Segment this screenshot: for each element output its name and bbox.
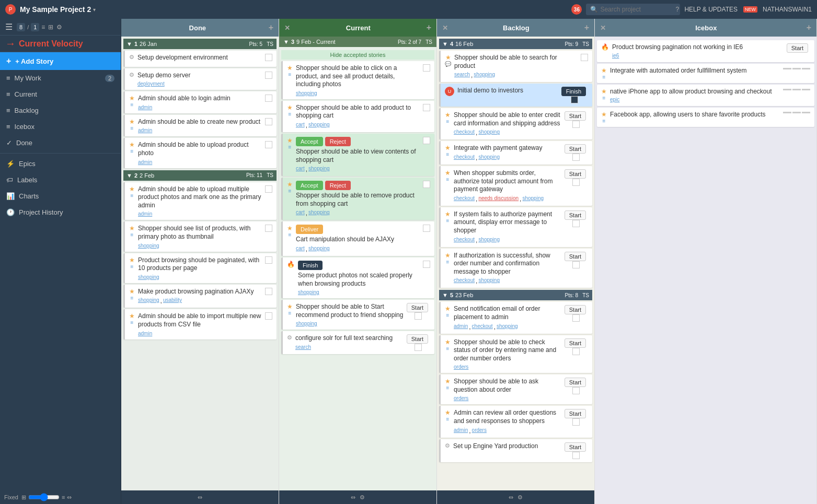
done-col-footer[interactable]: ⇔	[121, 490, 279, 504]
sidebar-item-mywork[interactable]: ≡ My Work 2	[0, 70, 121, 86]
hamburger-icon[interactable]: ☰	[5, 22, 13, 32]
tag-admin[interactable]: admin	[138, 331, 152, 336]
story-checkbox[interactable]	[265, 185, 272, 193]
search-input[interactable]	[600, 6, 673, 13]
start-button-email[interactable]: Start	[565, 305, 586, 314]
star-icon[interactable]: ★	[445, 409, 451, 416]
current-col-close-icon[interactable]: ✕	[284, 24, 290, 32]
hide-accepted-bar[interactable]: Hide accepted stories	[281, 50, 434, 60]
reject-button[interactable]: Reject	[325, 137, 351, 146]
tag-admin[interactable]: admin	[454, 427, 468, 435]
story-checkbox[interactable]	[572, 418, 580, 426]
sprint-5-header[interactable]: ▼ 5 23 Feb Pts: 8 TS	[439, 290, 592, 300]
tag-cart[interactable]: cart	[296, 209, 305, 217]
backlog-col-add-icon[interactable]: +	[584, 23, 589, 32]
star-icon[interactable]: ★	[445, 111, 451, 119]
tag-orders[interactable]: orders	[472, 427, 487, 435]
grid-icon[interactable]: ⊞	[48, 24, 53, 31]
start-button-review[interactable]: Start	[565, 409, 586, 418]
tag-admin[interactable]: admin	[138, 159, 152, 165]
help-updates-label[interactable]: HELP & UPDATES	[684, 6, 738, 13]
tag-shopping[interactable]: shopping	[478, 129, 500, 136]
tag-orders[interactable]: orders	[454, 395, 468, 401]
done-col-add-icon[interactable]: +	[269, 23, 273, 32]
star-icon[interactable]: ★	[287, 303, 293, 310]
current-col-add-icon[interactable]: +	[427, 23, 431, 32]
star-icon[interactable]: ★	[129, 118, 135, 125]
star-icon[interactable]: ★	[445, 338, 451, 346]
start-button-authfail[interactable]: Start	[565, 210, 586, 220]
deliver-button[interactable]: Deliver	[296, 225, 323, 234]
star-icon[interactable]: ★	[601, 88, 607, 95]
story-checkbox[interactable]	[265, 54, 272, 61]
user-name[interactable]: NATHANSWAIN1	[763, 6, 812, 13]
project-dropdown-icon[interactable]: ▾	[93, 7, 96, 13]
sprint-1-header[interactable]: ▼ 1 26 Jan Pts: 5 TS	[123, 39, 277, 49]
icebox-col-close-icon[interactable]: ✕	[600, 24, 606, 32]
story-checkbox[interactable]	[572, 452, 580, 459]
star-icon[interactable]: ★	[445, 305, 451, 312]
start-button-ie6[interactable]: Start	[787, 43, 808, 53]
current-col-footer[interactable]: ⇔ ⚙	[279, 490, 436, 504]
tag-shopping[interactable]: shopping	[308, 122, 330, 129]
icebox-col-add-icon[interactable]: +	[807, 23, 811, 32]
sprint-4-header[interactable]: ▼ 4 16 Feb Pts: 9 TS	[439, 39, 592, 49]
tag-cart[interactable]: cart	[296, 166, 305, 173]
tag-usability[interactable]: usability	[163, 297, 182, 304]
tag-deployment[interactable]: deployment	[137, 81, 165, 87]
story-checkbox[interactable]	[265, 95, 272, 102]
backlog-col-close-icon[interactable]: ✕	[442, 24, 448, 32]
start-button-question[interactable]: Start	[565, 378, 586, 387]
story-checkbox[interactable]	[265, 312, 272, 320]
story-checkbox[interactable]	[415, 312, 422, 320]
star-icon[interactable]: ★	[287, 64, 293, 72]
star-icon[interactable]: ★	[601, 111, 607, 118]
star-icon[interactable]: ★	[445, 210, 451, 218]
ic-tag-epic[interactable]: epic	[610, 97, 619, 102]
star-icon[interactable]: ★	[129, 95, 135, 102]
tag-shopping[interactable]: shopping	[497, 323, 518, 331]
star-icon[interactable]: ★	[287, 104, 293, 111]
story-checkbox[interactable]	[265, 256, 272, 264]
story-checkbox[interactable]	[572, 179, 580, 186]
finish-button[interactable]: Finish	[298, 261, 323, 270]
tag-shopping[interactable]: shopping	[478, 237, 500, 244]
story-checkbox[interactable]	[572, 348, 580, 355]
story-checkbox[interactable]	[572, 314, 580, 322]
tag-cart[interactable]: cart	[296, 245, 305, 253]
view-grid-icon[interactable]: ⊞	[21, 494, 26, 501]
story-checkbox[interactable]	[581, 54, 588, 61]
search-box[interactable]: 🔍 ?	[586, 4, 680, 15]
sidebar-item-done[interactable]: ✓ Done	[0, 135, 121, 151]
tag-shopping[interactable]: shopping	[296, 321, 317, 326]
story-checkbox[interactable]	[265, 118, 272, 125]
tag-shopping[interactable]: shopping	[296, 90, 317, 96]
backlog-col-footer[interactable]: ⇔ ⚙	[437, 490, 594, 504]
star-icon[interactable]: ★	[287, 137, 293, 144]
tag-needs-discussion[interactable]: needs discussion	[478, 195, 519, 203]
tag-search[interactable]: search	[454, 72, 470, 79]
start-button-solr[interactable]: Start	[407, 334, 428, 344]
story-checkbox[interactable]	[571, 96, 578, 103]
backlog-footer-settings-icon[interactable]: ⚙	[517, 494, 523, 501]
star-icon[interactable]: ★	[129, 141, 135, 148]
add-story-button[interactable]: + + Add Story	[0, 52, 121, 70]
star-icon[interactable]: ★	[129, 185, 135, 193]
tag-shopping[interactable]: shopping	[474, 72, 495, 79]
story-checkbox[interactable]	[423, 261, 430, 268]
finish-button-demo[interactable]: Finish	[561, 87, 586, 96]
story-checkbox[interactable]	[265, 288, 272, 295]
view-list-icon[interactable]: ≡	[62, 494, 65, 500]
gear-icon[interactable]: ⚙	[129, 54, 134, 61]
start-button-cc[interactable]: Start	[565, 111, 586, 121]
start-button-pg[interactable]: Start	[565, 144, 586, 154]
tag-admin[interactable]: admin	[138, 211, 152, 217]
story-checkbox[interactable]	[572, 154, 580, 161]
tag-checkout[interactable]: checkout	[454, 237, 475, 244]
sprint-2-header[interactable]: ▼ 2 2 Feb Pts: 11 TS	[123, 170, 277, 181]
current-sprint-header[interactable]: ▼ 3 9 Feb - Current Pts: 2 of 7 TS	[279, 37, 436, 47]
tag-admin[interactable]: admin	[454, 323, 468, 331]
expand-icon[interactable]: ⇔	[67, 494, 72, 501]
story-checkbox[interactable]	[572, 220, 580, 227]
story-checkbox[interactable]	[572, 387, 580, 394]
